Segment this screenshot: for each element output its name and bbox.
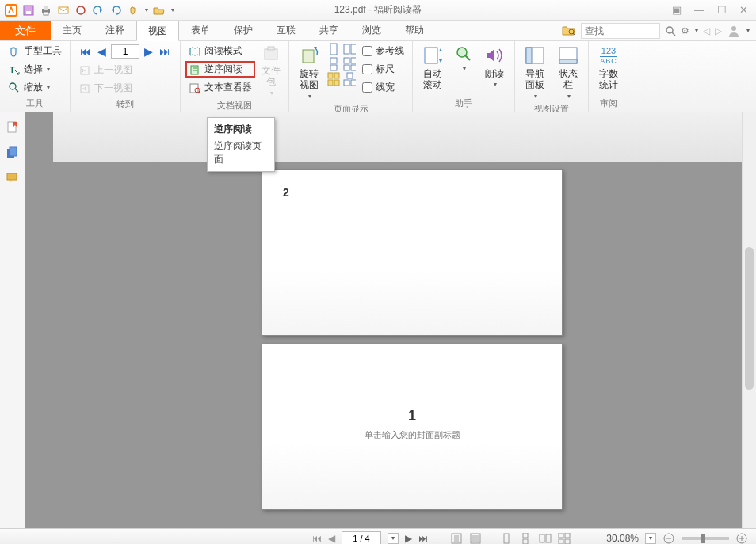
rotate-view-button[interactable]: 旋转 视图▾ (294, 43, 324, 101)
pages-panel-icon[interactable] (6, 146, 20, 160)
auto-scroll-button[interactable]: 自动 滚动 (418, 43, 448, 93)
scrollbar-thumb[interactable] (745, 247, 754, 390)
print-icon[interactable] (40, 4, 52, 17)
page-dropdown-icon[interactable]: ▾ (388, 533, 399, 544)
ref-line-button[interactable]: 参考线 (359, 43, 407, 59)
line-width-checkbox[interactable] (362, 82, 372, 93)
minimize-icon[interactable]: — (694, 4, 704, 16)
tab-comment[interactable]: 注释 (94, 21, 136, 40)
word-count-button[interactable]: 123 ABC 字数 统计 (594, 43, 624, 93)
zoom-level: 30.08% (594, 533, 639, 544)
dropdown-icon[interactable]: ▾ (171, 6, 174, 13)
undo-icon[interactable] (92, 4, 105, 17)
status-bar-button[interactable]: 状态 栏▾ (553, 43, 583, 101)
single-page-icon[interactable] (327, 43, 340, 55)
svg-rect-25 (268, 47, 274, 50)
document-viewer[interactable]: 2 1 单击输入您的封面副标题 (25, 112, 742, 528)
zoom-slider[interactable] (682, 537, 729, 540)
line-width-button[interactable]: 线宽 (359, 79, 407, 96)
two-page-icon[interactable] (343, 43, 356, 55)
zoom-dropdown-icon[interactable]: ▾ (645, 533, 656, 544)
portfolio-button[interactable]: 文件 包▾ (258, 43, 284, 98)
nav-next-icon[interactable]: ▷ (715, 25, 722, 36)
next-view-button[interactable]: 下一视图 (75, 80, 175, 97)
stamp-icon[interactable] (74, 4, 87, 17)
cover-page-icon[interactable] (343, 73, 356, 86)
last-page-icon[interactable]: ⏭ (158, 45, 172, 58)
gear-icon[interactable]: ⚙ (681, 25, 689, 36)
tab-form[interactable]: 表单 (179, 21, 222, 40)
redo-icon[interactable] (109, 4, 122, 17)
svg-rect-2 (26, 11, 31, 14)
ribbon-tab-row: 文件 主页 注释 视图 表单 保护 互联 共享 浏览 帮助 ⚙▾ ◁ ▷ ▾ (0, 21, 756, 41)
tab-connect[interactable]: 互联 (265, 21, 307, 40)
tab-share[interactable]: 共享 (307, 21, 350, 40)
text-viewer-button[interactable]: 文本查看器 (185, 79, 255, 96)
view-facing-continuous-icon[interactable] (558, 533, 571, 544)
zoom-slider-thumb[interactable] (701, 534, 705, 543)
bookmark-panel-icon[interactable] (6, 120, 20, 135)
tab-view[interactable]: 视图 (136, 21, 179, 41)
svg-rect-61 (540, 534, 544, 542)
tab-protect[interactable]: 保护 (222, 21, 265, 40)
svg-rect-30 (328, 73, 333, 78)
prev-view-button[interactable]: 上一视图 (75, 62, 175, 78)
hand-tool-button[interactable]: 手型工具 (5, 43, 65, 59)
close-icon[interactable]: ✕ (739, 4, 748, 16)
email-icon[interactable] (57, 4, 70, 17)
app-logo-icon (5, 4, 17, 17)
prev-page-icon[interactable]: ◀ (96, 45, 108, 58)
zoom-out-icon[interactable] (662, 532, 675, 545)
zoom-button[interactable]: 缩放▾ (5, 79, 65, 96)
view-continuous-icon[interactable] (520, 533, 533, 544)
ref-line-checkbox[interactable] (362, 46, 372, 56)
svg-rect-35 (351, 44, 356, 54)
nav-prev-icon[interactable]: ◁ (703, 25, 710, 36)
prev-page-icon[interactable]: ◀ (328, 533, 335, 544)
first-page-icon[interactable]: ⏮ (78, 45, 93, 58)
zoom-in-icon[interactable] (735, 532, 748, 545)
tab-help[interactable]: 帮助 (393, 21, 436, 40)
two-continuous-icon[interactable] (343, 58, 356, 70)
view-facing-icon[interactable] (539, 533, 552, 544)
fit-page-icon[interactable] (450, 533, 463, 544)
fit-width-icon[interactable] (469, 533, 482, 544)
tab-file[interactable]: 文件 (0, 21, 51, 40)
user-icon[interactable] (727, 24, 741, 38)
dropdown-icon[interactable]: ▾ (145, 6, 148, 13)
next-page-icon[interactable]: ▶ (405, 533, 412, 544)
tab-browse[interactable]: 浏览 (350, 21, 393, 40)
continuous-icon[interactable] (327, 58, 340, 70)
last-page-icon[interactable]: ⏭ (418, 533, 428, 544)
save-icon[interactable] (22, 4, 35, 17)
magnifier-button[interactable]: ▾ (451, 43, 476, 74)
search-go-icon[interactable] (665, 25, 676, 36)
zoom-icon (8, 82, 21, 94)
reverse-read-button[interactable]: 逆序阅读 (185, 61, 255, 78)
read-aloud-button[interactable]: 朗读▾ (479, 43, 510, 90)
ruler-checkbox[interactable] (362, 64, 372, 74)
svg-point-7 (77, 6, 85, 14)
nav-panel-button[interactable]: 导航 面板▾ (520, 43, 550, 101)
open-folder-icon[interactable] (153, 4, 166, 17)
first-page-icon[interactable]: ⏮ (312, 533, 322, 544)
ribbon-minimize-icon[interactable]: ▣ (672, 4, 682, 16)
hand-icon[interactable] (127, 4, 139, 17)
select-button[interactable]: T选择▾ (5, 61, 65, 78)
search-folder-icon[interactable] (562, 24, 576, 38)
vertical-scrollbar[interactable] (742, 112, 756, 528)
svg-rect-63 (559, 533, 563, 538)
window-title: 123.pdf - 福昕阅读器 (334, 3, 422, 17)
maximize-icon[interactable]: ☐ (717, 4, 727, 16)
ruler-button[interactable]: 标尺 (359, 61, 407, 78)
read-mode-button[interactable]: 阅读模式 (185, 43, 255, 59)
search-input[interactable] (581, 23, 660, 39)
tab-home[interactable]: 主页 (51, 21, 94, 40)
status-page-input[interactable] (342, 531, 381, 545)
next-page-icon[interactable]: ▶ (143, 45, 155, 58)
page-number-input[interactable] (111, 44, 139, 59)
comments-panel-icon[interactable] (6, 171, 20, 185)
facing-highlight-icon[interactable] (327, 73, 340, 86)
view-single-icon[interactable] (501, 533, 514, 544)
svg-rect-43 (425, 48, 437, 63)
